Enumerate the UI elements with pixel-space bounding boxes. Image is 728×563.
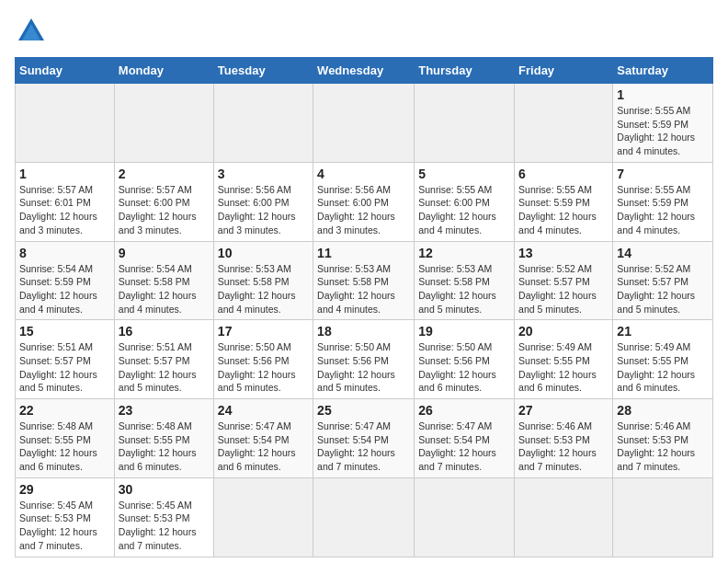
- day-number: 3: [218, 167, 309, 181]
- day-number: 6: [518, 167, 609, 181]
- calendar-cell: [213, 84, 313, 163]
- calendar-cell: 25Sunrise: 5:47 AMSunset: 5:54 PMDayligh…: [313, 399, 415, 478]
- day-info: Sunrise: 5:53 AMSunset: 5:58 PMDaylight:…: [317, 262, 410, 316]
- calendar-cell: 15Sunrise: 5:51 AMSunset: 5:57 PMDayligh…: [16, 320, 115, 399]
- day-number: 15: [19, 324, 110, 339]
- logo-icon: [15, 15, 48, 48]
- calendar-cell: [16, 84, 115, 163]
- calendar-cell: 5Sunrise: 5:55 AMSunset: 6:00 PMDaylight…: [415, 162, 515, 241]
- page-header: [15, 15, 713, 48]
- day-number: 16: [119, 324, 210, 339]
- day-info: Sunrise: 5:49 AMSunset: 5:55 PMDaylight:…: [617, 340, 709, 395]
- calendar-cell: [515, 84, 613, 163]
- weekday-header: Sunday: [16, 58, 115, 84]
- calendar-cell: [415, 84, 515, 163]
- day-number: 11: [317, 246, 410, 260]
- day-number: 1: [617, 87, 709, 102]
- calendar-week-row: 22Sunrise: 5:48 AMSunset: 5:55 PMDayligh…: [16, 399, 713, 478]
- calendar-table: SundayMondayTuesdayWednesdayThursdayFrid…: [15, 57, 713, 557]
- day-info: Sunrise: 5:55 AMSunset: 5:59 PMDaylight:…: [617, 104, 709, 158]
- day-number: 25: [317, 403, 410, 418]
- day-number: 12: [418, 246, 510, 260]
- calendar-cell: 8Sunrise: 5:54 AMSunset: 5:59 PMDaylight…: [16, 241, 115, 320]
- day-number: 17: [218, 324, 309, 339]
- calendar-cell: 4Sunrise: 5:56 AMSunset: 6:00 PMDaylight…: [313, 162, 415, 241]
- weekday-header: Tuesday: [213, 58, 313, 84]
- day-info: Sunrise: 5:50 AMSunset: 5:56 PMDaylight:…: [418, 340, 510, 395]
- day-number: 29: [19, 482, 110, 497]
- day-number: 18: [317, 324, 410, 339]
- calendar-cell: 17Sunrise: 5:50 AMSunset: 5:56 PMDayligh…: [213, 320, 313, 399]
- day-info: Sunrise: 5:45 AMSunset: 5:53 PMDaylight:…: [119, 499, 210, 553]
- calendar-cell: 9Sunrise: 5:54 AMSunset: 5:58 PMDaylight…: [114, 241, 213, 320]
- day-info: Sunrise: 5:53 AMSunset: 5:58 PMDaylight:…: [418, 262, 510, 316]
- day-number: 27: [518, 403, 609, 418]
- day-info: Sunrise: 5:57 AMSunset: 6:01 PMDaylight:…: [19, 183, 110, 237]
- day-info: Sunrise: 5:47 AMSunset: 5:54 PMDaylight:…: [218, 419, 309, 474]
- weekday-header: Saturday: [613, 58, 713, 84]
- day-number: 7: [617, 167, 709, 181]
- calendar-cell: 13Sunrise: 5:52 AMSunset: 5:57 PMDayligh…: [515, 241, 613, 320]
- day-info: Sunrise: 5:57 AMSunset: 6:00 PMDaylight:…: [119, 183, 210, 237]
- day-number: 22: [19, 403, 110, 418]
- weekday-header: Friday: [515, 58, 613, 84]
- day-info: Sunrise: 5:52 AMSunset: 5:57 PMDaylight:…: [518, 262, 609, 316]
- day-number: 14: [617, 246, 709, 260]
- calendar-cell: 7Sunrise: 5:55 AMSunset: 5:59 PMDaylight…: [613, 162, 713, 241]
- calendar-cell: [613, 477, 713, 557]
- day-number: 19: [418, 324, 510, 339]
- calendar-week-row: 1Sunrise: 5:57 AMSunset: 6:01 PMDaylight…: [16, 162, 713, 241]
- day-info: Sunrise: 5:48 AMSunset: 5:55 PMDaylight:…: [19, 419, 110, 474]
- calendar-cell: [515, 477, 613, 557]
- calendar-cell: [313, 84, 415, 163]
- day-number: 24: [218, 403, 309, 418]
- day-info: Sunrise: 5:56 AMSunset: 6:00 PMDaylight:…: [317, 183, 410, 237]
- calendar-cell: 26Sunrise: 5:47 AMSunset: 5:54 PMDayligh…: [415, 399, 515, 478]
- calendar-cell: 27Sunrise: 5:46 AMSunset: 5:53 PMDayligh…: [515, 399, 613, 478]
- day-info: Sunrise: 5:51 AMSunset: 5:57 PMDaylight:…: [119, 340, 210, 395]
- calendar-cell: 11Sunrise: 5:53 AMSunset: 5:58 PMDayligh…: [313, 241, 415, 320]
- day-info: Sunrise: 5:55 AMSunset: 5:59 PMDaylight:…: [617, 183, 709, 237]
- calendar-week-row: 8Sunrise: 5:54 AMSunset: 5:59 PMDaylight…: [16, 241, 713, 320]
- day-number: 28: [617, 403, 709, 418]
- calendar-cell: 10Sunrise: 5:53 AMSunset: 5:58 PMDayligh…: [213, 241, 313, 320]
- calendar-cell: 21Sunrise: 5:49 AMSunset: 5:55 PMDayligh…: [613, 320, 713, 399]
- day-number: 10: [218, 246, 309, 260]
- calendar-cell: [415, 477, 515, 557]
- calendar-cell: 30Sunrise: 5:45 AMSunset: 5:53 PMDayligh…: [114, 477, 213, 557]
- calendar-cell: 24Sunrise: 5:47 AMSunset: 5:54 PMDayligh…: [213, 399, 313, 478]
- day-number: 4: [317, 167, 410, 181]
- day-info: Sunrise: 5:49 AMSunset: 5:55 PMDaylight:…: [518, 340, 609, 395]
- calendar-cell: 22Sunrise: 5:48 AMSunset: 5:55 PMDayligh…: [16, 399, 115, 478]
- day-number: 23: [119, 403, 210, 418]
- weekday-header: Wednesday: [313, 58, 415, 84]
- day-info: Sunrise: 5:55 AMSunset: 5:59 PMDaylight:…: [518, 183, 609, 237]
- calendar-cell: [313, 477, 415, 557]
- day-info: Sunrise: 5:45 AMSunset: 5:53 PMDaylight:…: [19, 499, 110, 553]
- weekday-header: Monday: [114, 58, 213, 84]
- calendar-cell: 20Sunrise: 5:49 AMSunset: 5:55 PMDayligh…: [515, 320, 613, 399]
- calendar-cell: [213, 477, 313, 557]
- day-info: Sunrise: 5:55 AMSunset: 6:00 PMDaylight:…: [418, 183, 510, 237]
- logo: [15, 15, 51, 48]
- calendar-cell: [114, 84, 213, 163]
- day-number: 13: [518, 246, 609, 260]
- day-info: Sunrise: 5:50 AMSunset: 5:56 PMDaylight:…: [317, 340, 410, 395]
- calendar-cell: 3Sunrise: 5:56 AMSunset: 6:00 PMDaylight…: [213, 162, 313, 241]
- day-number: 2: [119, 167, 210, 181]
- calendar-cell: 23Sunrise: 5:48 AMSunset: 5:55 PMDayligh…: [114, 399, 213, 478]
- day-number: 20: [518, 324, 609, 339]
- day-number: 5: [418, 167, 510, 181]
- day-info: Sunrise: 5:47 AMSunset: 5:54 PMDaylight:…: [418, 419, 510, 474]
- day-info: Sunrise: 5:51 AMSunset: 5:57 PMDaylight:…: [19, 340, 110, 395]
- calendar-cell: 29Sunrise: 5:45 AMSunset: 5:53 PMDayligh…: [16, 477, 115, 557]
- day-info: Sunrise: 5:53 AMSunset: 5:58 PMDaylight:…: [218, 262, 309, 316]
- calendar-cell: 2Sunrise: 5:57 AMSunset: 6:00 PMDaylight…: [114, 162, 213, 241]
- day-number: 26: [418, 403, 510, 418]
- day-info: Sunrise: 5:46 AMSunset: 5:53 PMDaylight:…: [617, 419, 709, 474]
- calendar-cell: 6Sunrise: 5:55 AMSunset: 5:59 PMDaylight…: [515, 162, 613, 241]
- day-number: 8: [19, 246, 110, 260]
- calendar-cell: 14Sunrise: 5:52 AMSunset: 5:57 PMDayligh…: [613, 241, 713, 320]
- day-info: Sunrise: 5:48 AMSunset: 5:55 PMDaylight:…: [119, 419, 210, 474]
- calendar-cell: 16Sunrise: 5:51 AMSunset: 5:57 PMDayligh…: [114, 320, 213, 399]
